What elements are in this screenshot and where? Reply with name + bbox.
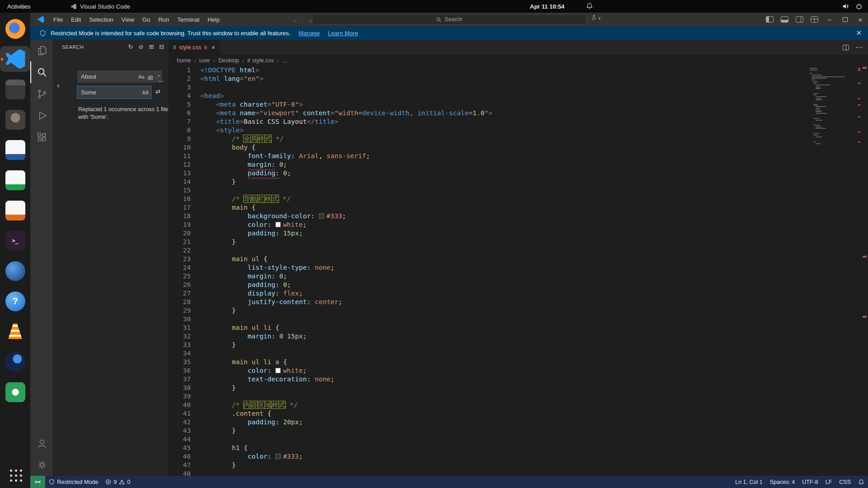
dock-item-steam[interactable]: [0, 256, 30, 286]
close-window-button[interactable]: ×: [856, 13, 864, 26]
dock-item-help[interactable]: ?: [0, 286, 30, 316]
color-swatch[interactable]: [275, 454, 281, 459]
encoding[interactable]: UTF-8: [798, 479, 821, 485]
cursor-position[interactable]: Ln 1, Col 1: [731, 479, 766, 485]
breadcrumb-style.css[interactable]: #style.css: [247, 57, 274, 64]
color-swatch[interactable]: [319, 213, 324, 219]
editor-group: # style.css 9 × ⋯ home›user›Desktop›#sty…: [169, 40, 868, 476]
dock-item-vscode[interactable]: [0, 44, 30, 74]
collapse-all-icon[interactable]: ⊟: [159, 43, 164, 50]
split-editor-icon[interactable]: [843, 45, 849, 50]
open-search-editor-icon[interactable]: ⊞: [149, 43, 154, 50]
minimap-error-mark: [858, 116, 860, 117]
refresh-icon[interactable]: ↻: [128, 43, 133, 50]
clock[interactable]: Apr 11 10:54: [530, 0, 565, 13]
dock-item-vlc[interactable]: [0, 316, 30, 347]
restore-button[interactable]: [841, 13, 849, 26]
minimap-line: [810, 73, 812, 74]
minimap[interactable]: [808, 66, 861, 476]
status-bell-icon[interactable]: [854, 479, 868, 485]
menu-go[interactable]: Go: [138, 13, 154, 26]
power-icon[interactable]: [855, 3, 863, 10]
code-line: 16 /* 导航栏样式 */: [169, 195, 801, 203]
customize-layout-icon[interactable]: [811, 16, 818, 23]
menu-selection[interactable]: Selection: [85, 13, 117, 26]
tab-style-css[interactable]: # style.css 9 ×: [169, 40, 220, 55]
dock-item-browser[interactable]: [0, 347, 30, 377]
code-editor[interactable]: 1<!DOCTYPE html>2<html lang="en">34<head…: [169, 66, 868, 476]
breadcrumb-x[interactable]: …: [282, 57, 288, 64]
minimap-line: [816, 99, 822, 100]
dock-item-software[interactable]: [0, 377, 30, 407]
replace-all-icon[interactable]: ⇄: [156, 88, 160, 95]
preserve-case-icon[interactable]: AB: [142, 90, 149, 95]
menu-terminal[interactable]: Terminal: [173, 13, 203, 26]
problems-status[interactable]: 9 0: [102, 476, 134, 488]
notification-bell-icon[interactable]: [586, 2, 593, 11]
breadcrumb-home[interactable]: home: [177, 57, 191, 64]
system-tray[interactable]: [842, 0, 863, 13]
dock-item-writer[interactable]: [0, 135, 30, 165]
restricted-mode-status[interactable]: Restricted Mode: [45, 476, 102, 488]
code-line: 37 text-decoration: none;: [169, 375, 801, 384]
activities-button[interactable]: Activities: [7, 3, 30, 10]
match-case-icon[interactable]: Aa: [138, 74, 144, 80]
toggle-replace-chevron-icon[interactable]: ∨: [57, 83, 60, 88]
whole-word-icon[interactable]: ab: [147, 74, 153, 80]
color-swatch[interactable]: [275, 222, 281, 227]
code-line: 34: [169, 349, 801, 358]
color-swatch[interactable]: [275, 368, 281, 373]
toggle-primary-sidebar-icon[interactable]: [766, 16, 774, 23]
dock-item-calc[interactable]: [0, 165, 30, 195]
manage-link[interactable]: Manage: [298, 30, 320, 37]
search-details-toggle-icon[interactable]: ⋯: [158, 78, 164, 84]
menu-run[interactable]: Run: [154, 13, 173, 26]
tab-close-icon[interactable]: ×: [212, 44, 215, 51]
menu-view[interactable]: View: [118, 13, 138, 26]
dock-item-terminal[interactable]: >_: [0, 225, 30, 256]
menu-help[interactable]: Help: [203, 13, 224, 26]
dock-item-gimp[interactable]: [0, 104, 30, 135]
dock-item-files[interactable]: [0, 74, 30, 104]
remote-indicator[interactable]: ><: [30, 476, 45, 488]
beaker-icon[interactable]: ∨: [590, 14, 601, 21]
indentation[interactable]: Spaces: 4: [766, 479, 799, 485]
extensions-icon[interactable]: [30, 127, 53, 148]
search-view-icon[interactable]: [30, 61, 53, 83]
accounts-icon[interactable]: [30, 432, 53, 454]
code-line: 23 main ul {: [169, 255, 801, 263]
more-actions-icon[interactable]: ⋯: [855, 43, 863, 52]
source-control-icon[interactable]: [30, 83, 53, 105]
clear-results-icon[interactable]: ⊘: [138, 43, 143, 50]
explorer-icon[interactable]: [30, 40, 53, 61]
dock-item-impress[interactable]: [0, 195, 30, 225]
dock-item-firefox[interactable]: [0, 14, 30, 44]
toggle-secondary-sidebar-icon[interactable]: [796, 16, 803, 23]
breadcrumb-user[interactable]: user: [199, 57, 210, 64]
eol[interactable]: LF: [822, 479, 836, 485]
vscode-logo-icon: [37, 15, 45, 23]
error-count: 9: [113, 479, 117, 485]
language-mode[interactable]: CSS: [835, 479, 854, 485]
replace-input[interactable]: [77, 86, 151, 99]
menu-file[interactable]: File: [49, 13, 67, 26]
shield-icon: [49, 479, 55, 485]
line-number: 37: [169, 375, 200, 384]
volume-icon[interactable]: [842, 3, 849, 10]
unicode-highlight-char: 全: [243, 135, 251, 143]
app-grid-button[interactable]: [8, 468, 22, 482]
minimap-error-mark: [858, 98, 860, 99]
code-line: 31 main ul li {: [169, 324, 801, 332]
settings-gear-icon[interactable]: [30, 454, 53, 476]
learn-more-link[interactable]: Learn More: [328, 30, 358, 37]
minimize-button[interactable]: −: [826, 13, 834, 26]
command-center-search[interactable]: Search: [312, 14, 587, 25]
back-button[interactable]: ←: [292, 13, 299, 26]
toggle-panel-icon[interactable]: [781, 16, 788, 23]
menu-edit[interactable]: Edit: [67, 13, 85, 26]
run-debug-icon[interactable]: [30, 105, 53, 127]
breadcrumb-Desktop[interactable]: Desktop: [218, 57, 239, 64]
banner-close-icon[interactable]: ✕: [856, 29, 862, 37]
code-line: 38 }: [169, 384, 801, 392]
search-input-row: Aa ab .*: [77, 70, 162, 83]
